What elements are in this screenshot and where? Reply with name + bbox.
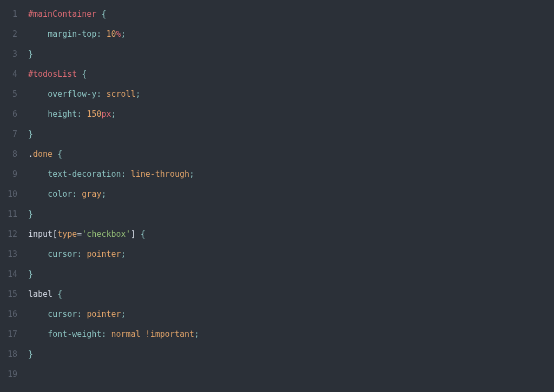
line-number: 1	[0, 4, 17, 24]
brace-open: {	[82, 69, 87, 79]
semicolon: ;	[121, 309, 126, 319]
semicolon: ;	[111, 109, 116, 119]
indent	[28, 329, 48, 339]
bracket-open: [	[52, 229, 57, 239]
colon: :	[101, 329, 111, 339]
line-number: 18	[0, 344, 17, 364]
css-value: gray	[82, 189, 101, 199]
css-property: overflow-y	[48, 89, 96, 99]
code-line[interactable]: .done {	[28, 144, 554, 164]
line-number: 4	[0, 64, 17, 84]
selector-id: mainContainer	[33, 9, 96, 19]
code-content[interactable]: #mainContainer { margin-top: 10%; } #tod…	[22, 4, 554, 392]
css-property: font-weight	[48, 329, 101, 339]
code-editor[interactable]: 1 2 3 4 5 6 7 8 9 10 11 12 13 14 15 16 1…	[0, 0, 554, 392]
colon: :	[96, 89, 106, 99]
number: 10	[107, 29, 116, 39]
brace-open: {	[141, 229, 146, 239]
colon: :	[72, 189, 82, 199]
code-line[interactable]: }	[28, 124, 554, 144]
indent	[28, 169, 48, 179]
css-value: line-through	[131, 169, 189, 179]
unit: %	[116, 29, 121, 39]
css-property: cursor	[48, 309, 77, 319]
semicolon: ;	[101, 189, 106, 199]
brace-close: }	[28, 269, 33, 279]
code-line[interactable]: cursor: pointer;	[28, 304, 554, 324]
line-number: 13	[0, 244, 17, 264]
line-number: 14	[0, 264, 17, 284]
line-number: 17	[0, 324, 17, 344]
code-line[interactable]: }	[28, 264, 554, 284]
code-line[interactable]: }	[28, 44, 554, 64]
semicolon: ;	[121, 29, 126, 39]
css-value: pointer	[87, 309, 121, 319]
css-value: scroll	[107, 89, 136, 99]
code-line[interactable]: font-weight: normal !important;	[28, 324, 554, 344]
indent	[28, 109, 48, 119]
line-number: 11	[0, 204, 17, 224]
line-number: 7	[0, 124, 17, 144]
brace-open: {	[57, 289, 62, 299]
space	[52, 289, 57, 299]
space	[77, 69, 82, 79]
line-number: 12	[0, 224, 17, 244]
brace-close: }	[28, 49, 33, 59]
number: 150	[87, 109, 101, 119]
dot: .	[28, 149, 33, 159]
unit: px	[101, 109, 111, 119]
code-line[interactable]: color: gray;	[28, 184, 554, 204]
line-number: 15	[0, 284, 17, 304]
line-number: 5	[0, 84, 17, 104]
code-line[interactable]	[28, 364, 554, 384]
line-number: 19	[0, 364, 17, 384]
colon: :	[77, 249, 87, 259]
brace-close: }	[28, 209, 33, 219]
colon: :	[77, 109, 87, 119]
important-keyword: !important	[146, 329, 194, 339]
colon: :	[121, 169, 131, 179]
line-number: 9	[0, 164, 17, 184]
indent	[28, 249, 48, 259]
equals: =	[77, 229, 82, 239]
code-line[interactable]: cursor: pointer;	[28, 244, 554, 264]
code-line[interactable]: label {	[28, 284, 554, 304]
line-number: 16	[0, 304, 17, 324]
colon: :	[77, 309, 87, 319]
line-number: 3	[0, 44, 17, 64]
code-line[interactable]: }	[28, 344, 554, 364]
selector-class: done	[33, 149, 52, 159]
code-line[interactable]: overflow-y: scroll;	[28, 84, 554, 104]
line-number: 10	[0, 184, 17, 204]
semicolon: ;	[121, 249, 126, 259]
code-line[interactable]: #todosList {	[28, 64, 554, 84]
css-property: margin-top	[48, 29, 96, 39]
selector-tag: label	[28, 289, 52, 299]
code-line[interactable]: height: 150px;	[28, 104, 554, 124]
selector-tag: input	[28, 229, 52, 239]
space	[136, 229, 141, 239]
code-line[interactable]: text-decoration: line-through;	[28, 164, 554, 184]
line-number: 8	[0, 144, 17, 164]
css-value: pointer	[87, 249, 121, 259]
css-property: text-decoration	[48, 169, 121, 179]
selector-id: #	[28, 69, 33, 79]
css-property: color	[48, 189, 72, 199]
code-line[interactable]: input[type='checkbox'] {	[28, 224, 554, 244]
indent	[28, 309, 48, 319]
brace-open: {	[101, 9, 106, 19]
selector-id: todosList	[33, 69, 77, 79]
code-line[interactable]: }	[28, 204, 554, 224]
semicolon: ;	[136, 89, 141, 99]
css-value: normal	[111, 329, 141, 339]
brace-close: }	[28, 349, 33, 359]
brace-open: {	[57, 149, 62, 159]
code-line[interactable]: margin-top: 10%;	[28, 24, 554, 44]
css-property: height	[48, 109, 77, 119]
selector-attr: type	[57, 229, 77, 239]
semicolon: ;	[194, 329, 199, 339]
code-line[interactable]: #mainContainer {	[28, 4, 554, 24]
space	[52, 149, 57, 159]
bracket-close: ]	[131, 229, 136, 239]
line-number-gutter: 1 2 3 4 5 6 7 8 9 10 11 12 13 14 15 16 1…	[0, 4, 22, 392]
